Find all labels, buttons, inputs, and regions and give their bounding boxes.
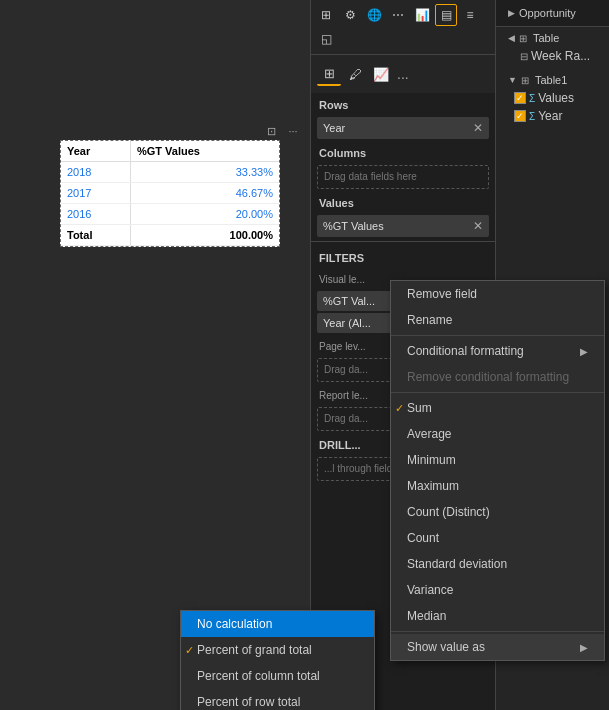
table-small-icon: ⊟ xyxy=(520,51,528,62)
table1-grid-icon: ⊞ xyxy=(521,75,529,86)
variance-item[interactable]: Variance xyxy=(391,577,604,603)
values-field-item[interactable]: Σ Values xyxy=(502,89,603,107)
rename-item[interactable]: Rename xyxy=(391,307,604,333)
table-row: 2018 33.33% xyxy=(61,162,279,183)
expand-icon: ▼ xyxy=(508,75,517,85)
arrow-icon: ▶ xyxy=(580,346,588,357)
analytics-tab[interactable]: 📈 xyxy=(369,62,393,86)
values-column-header: %GT Values xyxy=(131,141,279,161)
visual-toolbar: ⊡ ··· xyxy=(262,122,302,140)
values-field: %GT Values ✕ xyxy=(317,215,489,237)
separator-3 xyxy=(391,631,604,632)
no-calculation-item[interactable]: No calculation xyxy=(181,611,374,637)
sub-menu: No calculation Percent of grand total Pe… xyxy=(180,610,375,710)
percent-grand-total-item[interactable]: Percent of grand total xyxy=(181,637,374,663)
table-label: Table xyxy=(533,32,597,44)
std-deviation-item[interactable]: Standard deviation xyxy=(391,551,604,577)
sigma-icon-year: Σ xyxy=(529,111,535,122)
remove-conditional-formatting-item: Remove conditional formatting xyxy=(391,364,604,390)
year-field-item[interactable]: Σ Year xyxy=(502,107,603,125)
opportunity-item[interactable]: ▶ Opportunity xyxy=(502,4,603,22)
rows-label: Rows xyxy=(311,93,495,115)
remove-field-item[interactable]: Remove field xyxy=(391,281,604,307)
table-row: 2017 46.67% xyxy=(61,183,279,204)
values-checkbox[interactable] xyxy=(514,92,526,104)
week-ra-field[interactable]: ⊟ Week Ra... xyxy=(502,47,603,65)
values-label: Values xyxy=(311,191,495,213)
percent-row-total-item[interactable]: Percent of row total xyxy=(181,689,374,710)
filters-label: FILTERS xyxy=(311,246,495,268)
columns-drag-zone[interactable]: Drag data fields here xyxy=(317,165,489,189)
maximum-item[interactable]: Maximum xyxy=(391,473,604,499)
table-total-row: Total 100.00% xyxy=(61,225,279,246)
settings-icon[interactable]: ≡ xyxy=(459,4,481,26)
opportunity-label: Opportunity xyxy=(519,7,597,19)
table1-section-header[interactable]: ▼ ⊞ Table1 xyxy=(502,71,603,89)
year-column-header: Year xyxy=(61,141,131,161)
sum-item[interactable]: Sum xyxy=(391,395,604,421)
median-item[interactable]: Median xyxy=(391,603,604,629)
table-row: 2016 20.00% xyxy=(61,204,279,225)
more-options-icon[interactable]: ··· xyxy=(284,122,302,140)
rows-field-remove[interactable]: ✕ xyxy=(473,121,483,135)
show-value-arrow-icon: ▶ xyxy=(580,642,588,653)
count-distinct-item[interactable]: Count (Distinct) xyxy=(391,499,604,525)
year-checkbox[interactable] xyxy=(514,110,526,122)
toolbar-dots: ... xyxy=(397,66,409,82)
format-tab[interactable]: 🖊 xyxy=(343,62,367,86)
table-visual: Year %GT Values 2018 33.33% 2017 46.67% … xyxy=(60,140,280,247)
expand-icon[interactable]: ⊡ xyxy=(262,122,280,140)
average-item[interactable]: Average xyxy=(391,421,604,447)
filter-icon[interactable]: ▤ xyxy=(435,4,457,26)
chart-icon[interactable]: ◱ xyxy=(315,28,337,50)
expand-icon: ▶ xyxy=(508,8,515,18)
separator-2 xyxy=(391,392,604,393)
divider xyxy=(311,241,495,242)
year-field-label: Year xyxy=(538,109,562,123)
analytics-icon[interactable]: 📊 xyxy=(411,4,433,26)
percent-column-total-item[interactable]: Percent of column total xyxy=(181,663,374,689)
values-field-label: Values xyxy=(538,91,574,105)
count-item[interactable]: Count xyxy=(391,525,604,551)
sigma-icon: Σ xyxy=(529,93,535,104)
show-value-as-item[interactable]: Show value as ▶ xyxy=(391,634,604,660)
week-ra-label: Week Ra... xyxy=(531,49,590,63)
minimum-item[interactable]: Minimum xyxy=(391,447,604,473)
more-icon[interactable]: ⋯ xyxy=(387,4,409,26)
context-menu: Remove field Rename Conditional formatti… xyxy=(390,280,605,661)
rows-field: Year ✕ xyxy=(317,117,489,139)
table-header: Year %GT Values xyxy=(61,141,279,162)
table1-label: Table1 xyxy=(535,74,597,86)
columns-label: Columns xyxy=(311,141,495,163)
expand-icon: ◀ xyxy=(508,33,515,43)
values-field-remove[interactable]: ✕ xyxy=(473,219,483,233)
table-icon[interactable]: ⊞ xyxy=(315,4,337,26)
fields-tab[interactable]: ⊞ xyxy=(317,62,341,86)
second-toolbar: ⊞ 🖊 📈 ... xyxy=(311,55,495,93)
separator-1 xyxy=(391,335,604,336)
table-section-header[interactable]: ◀ ⊞ Table xyxy=(502,29,603,47)
table-grid-icon: ⊞ xyxy=(519,33,527,44)
format-icon[interactable]: ⚙ xyxy=(339,4,361,26)
left-panel: ⊡ ··· Year %GT Values 2018 33.33% 2017 4… xyxy=(0,0,310,710)
globe-icon[interactable]: 🌐 xyxy=(363,4,385,26)
conditional-formatting-item[interactable]: Conditional formatting ▶ xyxy=(391,338,604,364)
top-toolbar: ⊞ ⚙ 🌐 ⋯ 📊 ▤ ≡ ◱ xyxy=(311,0,495,55)
